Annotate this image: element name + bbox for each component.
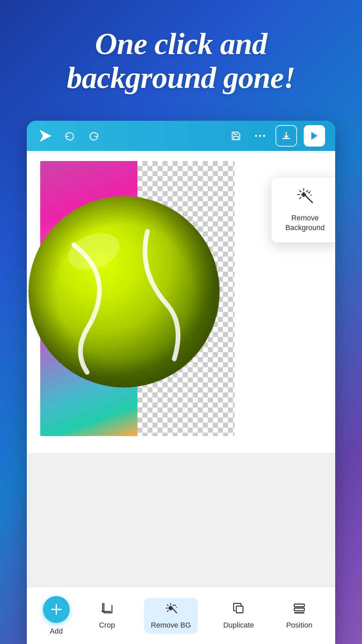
remove-bg-icon <box>165 602 177 618</box>
remove-bg-bottom-label: Remove BG <box>151 621 191 630</box>
canvas-area: Remove Background <box>27 151 335 453</box>
svg-line-12 <box>306 191 308 192</box>
add-label: Add <box>50 627 63 636</box>
duplicate-tool[interactable]: Duplicate <box>217 598 261 634</box>
send-button[interactable] <box>304 125 325 147</box>
svg-line-21 <box>172 608 177 613</box>
svg-line-24 <box>167 605 168 606</box>
svg-point-16 <box>310 191 311 192</box>
svg-marker-4 <box>311 132 318 140</box>
svg-point-3 <box>263 135 265 137</box>
remove-bg-popup[interactable]: Remove Background <box>272 178 335 243</box>
svg-point-14 <box>308 192 310 194</box>
svg-point-28 <box>176 607 177 608</box>
svg-rect-30 <box>294 604 304 607</box>
app-toolbar <box>27 121 335 151</box>
crop-icon <box>101 602 113 618</box>
svg-rect-32 <box>294 612 304 613</box>
svg-point-1 <box>255 135 257 137</box>
svg-point-2 <box>259 135 261 137</box>
svg-line-25 <box>173 605 174 606</box>
hero-line1: One click and <box>95 26 267 61</box>
app-card: Remove Background Add <box>27 121 335 644</box>
download-button[interactable] <box>276 125 297 147</box>
bottom-toolbar: Add Crop <box>27 587 335 644</box>
position-icon <box>293 602 306 618</box>
app-logo <box>37 127 54 145</box>
svg-point-15 <box>310 195 312 196</box>
position-label: Position <box>286 621 312 630</box>
add-button[interactable] <box>43 596 70 623</box>
save-button[interactable] <box>227 127 245 145</box>
svg-point-27 <box>175 605 176 606</box>
more-button[interactable] <box>251 127 269 145</box>
add-button-wrapper[interactable]: Add <box>43 596 70 636</box>
duplicate-label: Duplicate <box>223 621 254 630</box>
redo-button[interactable] <box>85 127 103 145</box>
svg-line-13 <box>300 197 301 199</box>
hero-text: One click and background gone! <box>0 0 362 115</box>
tennis-ball-image <box>27 178 235 406</box>
undo-button[interactable] <box>61 127 78 145</box>
svg-rect-31 <box>294 608 304 611</box>
crop-label: Crop <box>99 621 115 630</box>
svg-line-8 <box>306 196 312 203</box>
remove-bg-tool[interactable]: Remove BG <box>144 598 198 634</box>
magic-wand-icon <box>296 188 314 209</box>
svg-marker-0 <box>40 130 52 142</box>
svg-point-6 <box>28 196 220 387</box>
duplicate-icon <box>232 602 245 618</box>
crop-tool[interactable]: Crop <box>88 598 125 634</box>
position-tool[interactable]: Position <box>280 598 319 634</box>
hero-line2: background gone! <box>67 60 295 95</box>
remove-bg-label: Remove Background <box>280 213 330 232</box>
svg-line-26 <box>167 610 168 611</box>
svg-line-11 <box>300 191 301 192</box>
svg-rect-29 <box>236 606 243 613</box>
